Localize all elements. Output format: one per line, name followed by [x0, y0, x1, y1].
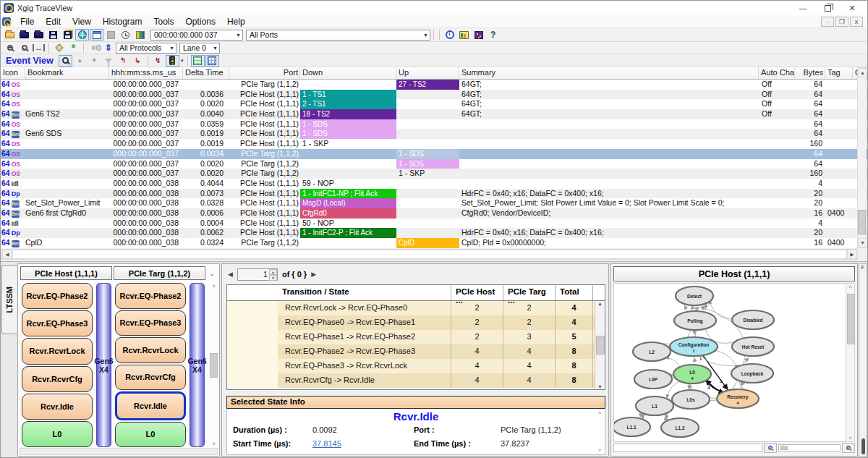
sm-header-targ[interactable]: PCIe Targ (1,1,2) [114, 266, 205, 280]
diagram-vscrollbar[interactable]: ˄ ˅ [846, 283, 855, 442]
table-row[interactable]: 64OS000:00:00.000_0370.0020PCIe Targ (1,… [1, 169, 867, 179]
histogram-button[interactable] [457, 29, 471, 41]
diagram-zoom-in-button[interactable] [842, 443, 855, 453]
state-box-rcvr-rcvrcfg[interactable]: Rcvr.RcvrCfg [22, 366, 93, 392]
time-combo[interactable]: 000:00:00.000 037 ▼ [150, 30, 243, 41]
minimize-button[interactable]: — [791, 1, 815, 14]
state-box-rcvr-rcvrlock[interactable]: Rcvr.RcvrLock [115, 337, 186, 363]
column-header-up[interactable]: Up [396, 67, 459, 79]
transition-row[interactable]: Rcvr.EQ-Phase3 -> Rcvr.RcvrLock448 [227, 359, 605, 373]
table-row[interactable]: 64BmSet_Slot_Power_Limit000:00:00.000_03… [1, 198, 867, 208]
sm-scroll-thumb[interactable] [210, 353, 218, 378]
state-box-rcvr-eq-phase3[interactable]: Rcvr.EQ-Phase3 [22, 310, 93, 336]
sm-dropdown-chevron-icon[interactable]: ⌄ [207, 266, 217, 280]
table-row[interactable]: 64BmGen6 SDS000:00:00.000_0370.0019PCIe … [1, 129, 867, 139]
jump-down-button[interactable]: ↳ [131, 55, 145, 67]
state-box-l0[interactable]: L0 [115, 422, 186, 448]
sm-hscrollbar[interactable] [20, 448, 218, 455]
transition-scroll-up-icon[interactable]: ▲ [597, 301, 603, 306]
grid-green-button[interactable] [191, 55, 205, 67]
close-button[interactable]: ✕ [840, 1, 864, 14]
start-time-link[interactable]: 37.8145 [312, 439, 414, 448]
sm-vscrollbar[interactable]: ˄ ˅ [209, 283, 218, 447]
col-pcie-host[interactable]: PCIe Host ... [451, 285, 503, 300]
event-table-hscrollbar[interactable]: ◀ ▶ [1, 249, 858, 260]
table-row[interactable]: 64OS000:00:00.000_0370.0036PCIe Host (1,… [1, 90, 867, 100]
lane-combo[interactable]: Lane 0 ▼ [179, 43, 220, 54]
state-box-rcvr-eq-phase2[interactable]: Rcvr.EQ-Phase2 [115, 283, 186, 309]
mdi-close-button[interactable]: x [850, 17, 863, 27]
protocol-button[interactable] [472, 29, 485, 41]
state-node-recovery[interactable]: Recovery4 [717, 389, 759, 408]
grid-blue-button[interactable] [205, 55, 219, 67]
selinfo-vscrollbar[interactable]: ˄ ˅ [595, 410, 604, 454]
diagram-hscrollbar[interactable] [613, 442, 855, 454]
col-total[interactable]: Total [556, 285, 593, 300]
state-node-disabled[interactable]: Disabled [732, 310, 774, 329]
event-table-vscrollbar[interactable]: ▲ ▼ [857, 67, 867, 248]
save-button[interactable] [46, 29, 60, 41]
vscroll-up-button[interactable]: ▲ [858, 68, 867, 77]
tag-button[interactable] [52, 42, 66, 54]
selinfo-scroll-up-icon[interactable]: ˄ [598, 410, 602, 416]
table-row[interactable]: 64BmGen6 first CfgRd0000:00:00.000_0380.… [1, 208, 867, 219]
collapsed-side-panel[interactable]: F [859, 263, 867, 457]
hscroll-track[interactable] [12, 250, 847, 259]
table-row[interactable]: 64OS000:00:00.000_037PCIe Targ (1,1,2)27… [1, 80, 867, 90]
diagram-hscroll-track[interactable] [613, 444, 762, 452]
help-button[interactable]: ? [486, 29, 500, 41]
fit-width-button[interactable]: ↔ [32, 42, 46, 54]
zoom-in-button[interactable]: + [3, 42, 17, 54]
state-box-rcvr-idle[interactable]: Rcvr.Idle [22, 394, 93, 420]
col-pcie-targ[interactable]: PCIe Targ ... [503, 285, 556, 300]
menu-edit[interactable]: Edit [40, 15, 67, 27]
traffic-dropdown-icon[interactable]: ▼ [180, 59, 184, 63]
state-node-l0[interactable]: L04 [673, 365, 711, 383]
vscroll-down-button[interactable]: ▼ [858, 238, 867, 247]
table-row[interactable]: 64BmGen6 TS2000:00:00.000_0370.0040PCIe … [1, 109, 867, 119]
nav-prev-icon[interactable]: ◀ [228, 271, 233, 278]
column-header-auto-change[interactable]: Auto Change [759, 67, 795, 79]
state-box-rcvr-eq-phase2[interactable]: Rcvr.EQ-Phase2 [22, 283, 93, 309]
table-row[interactable]: 64OS000:00:00.000_0370.0359PCIe Host (1,… [1, 119, 867, 130]
column-header-icon[interactable]: Icon [1, 67, 25, 79]
state-node-l1-1[interactable]: L1.1 [614, 417, 650, 436]
menu-help[interactable]: Help [221, 15, 251, 27]
transition-row[interactable]: Rcvr.RcvrCfg -> Rcvr.Idle448 [227, 373, 605, 388]
open-recent-button[interactable] [32, 29, 46, 41]
transition-row[interactable]: Rcvr.RcvrLock -> Rcvr.EQ-Phase0224 [227, 301, 605, 315]
state-box-rcvr-eq-phase3[interactable]: Rcvr.EQ-Phase3 [115, 310, 186, 336]
menu-file[interactable]: File [14, 15, 40, 27]
select-tool-button[interactable] [59, 55, 72, 67]
transition-scroll-down-icon[interactable]: ▼ [597, 384, 603, 389]
selinfo-scroll-down-icon[interactable]: ˅ [598, 447, 602, 454]
table-view-button[interactable] [90, 29, 103, 41]
column-header-bytes[interactable]: Bytes [795, 67, 825, 79]
open-file-button[interactable] [3, 29, 17, 41]
sm-scroll-up-icon[interactable]: ˄ [212, 283, 216, 289]
vscroll-thumb[interactable] [858, 210, 866, 234]
diagram-zoom-thumb[interactable] [780, 446, 788, 450]
hscroll-left-button[interactable]: ◀ [2, 250, 12, 259]
ltssm-tab[interactable]: LTSSM [1, 265, 17, 334]
diagram-scroll-down-icon[interactable]: ˅ [848, 435, 852, 441]
transition-row[interactable]: Rcvr.EQ-Phase2 -> Rcvr.EQ-Phase3448 [227, 344, 605, 359]
state-box-rcvr-rcvrcfg[interactable]: Rcvr.RcvrCfg [115, 365, 186, 391]
nav-spinner[interactable]: 1 ▲ ▼ [237, 268, 278, 281]
state-box-rcvr-rcvrlock[interactable]: Rcvr.RcvrLock [22, 338, 93, 364]
table-row[interactable]: 64Dp000:00:00.000_0380.0073PCIe Host (1,… [1, 189, 867, 199]
state-node-l1-2[interactable]: L1.2 [661, 418, 699, 437]
state-node-l1[interactable]: L1 [636, 396, 673, 415]
diagram-scroll-up-icon[interactable]: ˄ [848, 284, 852, 290]
diagram-zoom-out-button[interactable] [764, 443, 777, 453]
diagram-canvas[interactable]: DetectPollingDisabledConfiguration1Hot R… [613, 283, 846, 442]
expand-collapse-button[interactable]: ⇕ [101, 42, 115, 54]
restore-button[interactable] [815, 1, 840, 14]
goto-event-button[interactable]: ↯ [151, 55, 165, 67]
state-box-rcvr-idle[interactable]: Rcvr.Idle [115, 391, 186, 420]
nav-spin-down-icon[interactable]: ▼ [269, 275, 277, 281]
zoom-out-button[interactable]: - [17, 42, 31, 54]
menu-options[interactable]: Options [180, 15, 221, 27]
mdi-restore-button[interactable]: ❐ [835, 17, 848, 27]
filter-button[interactable] [102, 55, 116, 67]
